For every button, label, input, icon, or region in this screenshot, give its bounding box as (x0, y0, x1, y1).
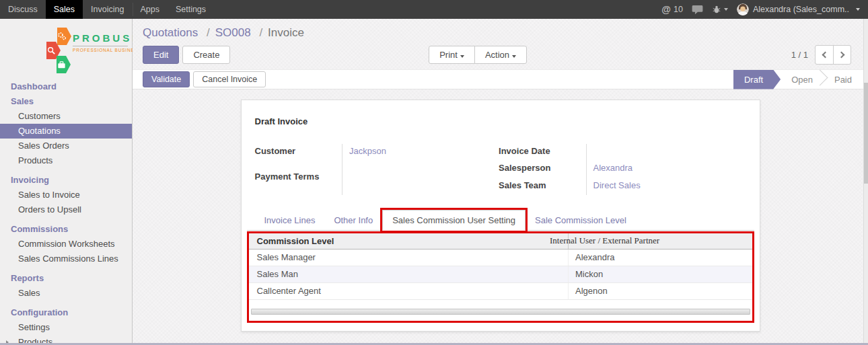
sidebar-item[interactable]: Invoicing (0, 173, 132, 188)
avatar (737, 3, 749, 15)
status-step[interactable]: Draft (733, 70, 781, 89)
sidebar-item[interactable]: Sales (0, 286, 132, 301)
sheet-title: Draft Invoice (255, 116, 754, 126)
table-row[interactable]: Sales Manager Alexandra (249, 249, 752, 266)
tab-bar: Invoice Lines Other Info Sales Commissio… (247, 210, 754, 231)
chat-bubble-icon (692, 5, 703, 15)
breadcrumb-item[interactable]: Quotations (143, 26, 198, 39)
vertical-scrollbar-thumb[interactable] (864, 83, 868, 184)
pager-next-button[interactable] (833, 46, 851, 64)
logo-subtitle: PROFESSIONAL BUSINESS (73, 46, 128, 52)
field-label: Customer (255, 144, 342, 169)
notebook-tab[interactable]: Other Info (324, 210, 382, 230)
pager-count: 1 / 1 (791, 50, 808, 60)
table-header-row: Commission Level Internal User / Externa… (249, 233, 752, 249)
sidebar-item[interactable]: Settings (0, 320, 132, 335)
sidebar-item[interactable]: Sales to Invoice (0, 188, 132, 202)
sidebar-item[interactable]: Sales Orders (0, 139, 132, 153)
sidebar-item[interactable]: Customers (0, 109, 132, 124)
field-label: Payment Terms (255, 169, 342, 195)
print-dropdown-button[interactable]: Print (429, 46, 475, 64)
mentions-counter[interactable]: @ 10 (661, 4, 683, 15)
field-row: Salesperson Alexandra (499, 161, 746, 178)
column-header-commission-level[interactable]: Commission Level (249, 233, 569, 249)
field-value[interactable] (342, 169, 493, 195)
sidebar-item[interactable]: Quotations (0, 124, 132, 139)
field-label: Invoice Date (499, 144, 586, 161)
mentions-count: 10 (674, 5, 683, 14)
edit-button[interactable]: Edit (143, 46, 179, 64)
field-row: Invoice Date (499, 144, 746, 161)
sidebar-item[interactable]: Commission Worksheets (0, 237, 132, 252)
sidebar: PROBUSE PROFESSIONAL BUSINESS Dashboard … (0, 19, 133, 345)
create-button[interactable]: Create (182, 46, 230, 64)
vertical-scrollbar[interactable] (863, 19, 868, 345)
breadcrumb-item[interactable]: Invoice (254, 26, 304, 39)
table-row[interactable]: Callcenter Agent Algenon (249, 282, 752, 299)
chevron-right-icon (838, 52, 845, 59)
sidebar-item[interactable]: Configuration (0, 305, 132, 320)
status-step[interactable]: Paid (824, 70, 863, 89)
internal-user-cell: Mickon (568, 266, 752, 282)
user-menu[interactable]: Alexandra (Sales_comm.. (737, 3, 860, 15)
app-logo[interactable]: PROBUSE PROFESSIONAL BUSINESS (0, 19, 132, 79)
table-empty-space (249, 300, 752, 309)
commission-table: Commission Level Internal User / Externa… (249, 233, 752, 300)
chevron-left-icon (822, 52, 828, 59)
field-group-right: Invoice Date Salesperson Alexandra Sales… (499, 144, 746, 195)
topbar-menu-item[interactable]: Settings (168, 0, 214, 19)
topbar-menu-item[interactable]: Invoicing (83, 0, 132, 19)
field-label: Salesperson (499, 161, 586, 178)
field-row: Customer Jackpson (255, 144, 493, 169)
sidebar-item[interactable]: Reports (0, 271, 132, 286)
field-value[interactable] (586, 144, 746, 161)
field-row: Payment Terms (255, 169, 493, 195)
chevron-down-icon (724, 8, 728, 11)
messages-button[interactable] (692, 5, 703, 15)
topbar-menus: Discuss Sales Invoicing Apps Settings (0, 0, 214, 19)
chevron-down-icon (856, 8, 860, 11)
breadcrumb: Quotations SO008 Invoice (143, 26, 858, 40)
sidebar-item[interactable]: Sales (0, 94, 132, 109)
horizontal-scrollbar[interactable] (251, 309, 750, 315)
bug-icon (712, 5, 721, 14)
sidebar-item[interactable]: Sales Commissions Lines (0, 252, 132, 266)
commission-level-cell: Sales Man (249, 266, 569, 282)
breadcrumb-item[interactable]: SO008 (201, 26, 251, 39)
notebook: Invoice Lines Other Info Sales Commissio… (247, 210, 754, 323)
status-steps: Draft Open Paid (733, 70, 863, 89)
column-header-internal-user[interactable]: Internal User / External Partner (568, 233, 752, 249)
sidebar-item[interactable]: Products (0, 153, 132, 168)
topbar-divider (133, 3, 133, 16)
topbar-menu-item[interactable]: Sales (46, 0, 83, 19)
notebook-tab[interactable]: Sale Commission Level (526, 210, 636, 230)
debug-menu-button[interactable] (712, 5, 728, 14)
notebook-tab[interactable]: Sales Commission User Setting (382, 210, 526, 231)
field-label: Sales Team (499, 178, 586, 195)
topbar-menu-item[interactable]: Discuss (0, 0, 46, 19)
pager-previous-button[interactable] (816, 46, 833, 64)
cancel-invoice-button[interactable]: Cancel Invoice (193, 71, 266, 87)
chevron-down-icon (460, 55, 464, 58)
validate-button[interactable]: Validate (143, 71, 190, 87)
table-row[interactable]: Sales Man Mickon (249, 266, 752, 282)
logo-title: PROBUSE (73, 32, 141, 44)
commission-level-cell: Callcenter Agent (249, 282, 569, 299)
commission-level-cell: Sales Manager (249, 249, 569, 266)
field-value[interactable]: Direct Sales (586, 178, 746, 195)
sidebar-item[interactable]: Orders to Upsell (0, 202, 132, 217)
notebook-tab[interactable]: Invoice Lines (255, 210, 325, 230)
sidebar-nav: Dashboard Sales Customers Quotations Sal… (0, 79, 132, 345)
form-body: Draft Invoice Customer Jackpson Payment … (133, 100, 868, 345)
field-value[interactable]: Alexandra (586, 161, 746, 178)
control-panel: Quotations SO008 Invoice Edit Create Pri… (133, 19, 868, 69)
field-group-left: Customer Jackpson Payment Terms (255, 144, 493, 195)
topbar-menu-item[interactable]: Apps (132, 0, 168, 19)
form-statusbar: Validate Cancel Invoice Draft Open Paid (133, 69, 868, 89)
field-value[interactable]: Jackpson (342, 144, 493, 169)
action-dropdown-button[interactable]: Action (474, 46, 527, 64)
pager (815, 45, 851, 65)
sidebar-item[interactable]: Dashboard (0, 79, 132, 94)
sidebar-item[interactable]: Commissions (0, 222, 132, 237)
internal-user-cell: Algenon (568, 282, 752, 299)
